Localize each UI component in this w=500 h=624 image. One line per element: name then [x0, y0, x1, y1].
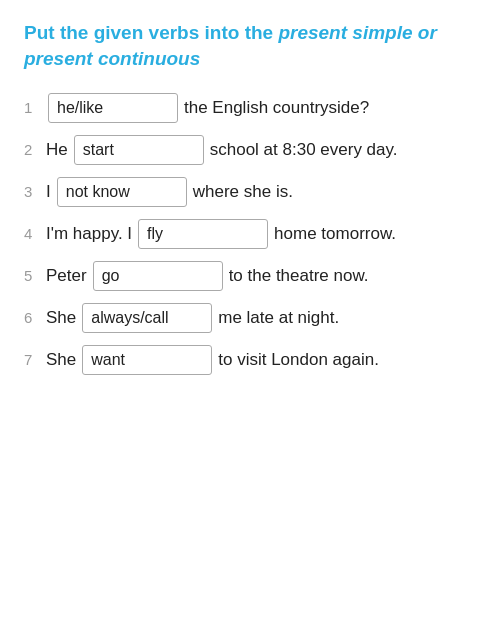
exercise-item: 7Shewantto visit London again.: [24, 345, 476, 375]
page-title: Put the given verbs into the present sim…: [24, 20, 476, 71]
exercise-text: the English countryside?: [184, 95, 369, 121]
title-prefix: Put the given verbs into the: [24, 22, 278, 43]
answer-box[interactable]: always/call: [82, 303, 212, 333]
item-content: Shealways/callme late at night.: [46, 303, 476, 333]
exercise-text: Peter: [46, 263, 87, 289]
exercise-text: home tomorrow.: [274, 221, 396, 247]
item-number: 4: [24, 221, 46, 246]
answer-box[interactable]: start: [74, 135, 204, 165]
answer-box[interactable]: he/like: [48, 93, 178, 123]
exercise-list: 1he/likethe English countryside?2Hestart…: [24, 93, 476, 375]
item-number: 3: [24, 179, 46, 204]
exercise-item: 4I'm happy. Iflyhome tomorrow.: [24, 219, 476, 249]
exercise-item: 2Hestartschool at 8:30 every day.: [24, 135, 476, 165]
exercise-text: She: [46, 305, 76, 331]
answer-box[interactable]: not know: [57, 177, 187, 207]
item-content: I'm happy. Iflyhome tomorrow.: [46, 219, 476, 249]
exercise-text: school at 8:30 every day.: [210, 137, 398, 163]
exercise-text: He: [46, 137, 68, 163]
exercise-text: I: [46, 179, 51, 205]
exercise-text: to the theatre now.: [229, 263, 369, 289]
item-number: 6: [24, 305, 46, 330]
exercise-item: 1he/likethe English countryside?: [24, 93, 476, 123]
item-content: Shewantto visit London again.: [46, 345, 476, 375]
exercise-item: 3Inot knowwhere she is.: [24, 177, 476, 207]
exercise-item: 6Shealways/callme late at night.: [24, 303, 476, 333]
exercise-text: I'm happy. I: [46, 221, 132, 247]
item-number: 7: [24, 347, 46, 372]
item-content: Hestartschool at 8:30 every day.: [46, 135, 476, 165]
item-number: 1: [24, 95, 46, 120]
item-content: Petergoto the theatre now.: [46, 261, 476, 291]
exercise-item: 5Petergoto the theatre now.: [24, 261, 476, 291]
answer-box[interactable]: go: [93, 261, 223, 291]
exercise-text: to visit London again.: [218, 347, 379, 373]
item-content: Inot knowwhere she is.: [46, 177, 476, 207]
exercise-text: She: [46, 347, 76, 373]
exercise-text: where she is.: [193, 179, 293, 205]
exercise-text: me late at night.: [218, 305, 339, 331]
item-content: he/likethe English countryside?: [46, 93, 476, 123]
item-number: 2: [24, 137, 46, 162]
answer-box[interactable]: want: [82, 345, 212, 375]
item-number: 5: [24, 263, 46, 288]
answer-box[interactable]: fly: [138, 219, 268, 249]
